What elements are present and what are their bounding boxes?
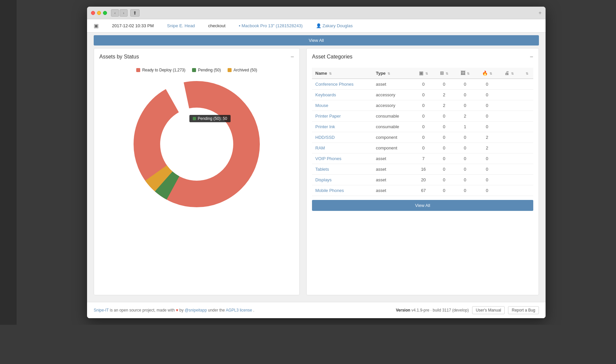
table-row: Printer Paper consumable 0 0 2 0 xyxy=(312,111,533,122)
cell-name: Conference Phones xyxy=(312,79,372,90)
th-licenses: 🖨 ⇅ xyxy=(498,68,520,79)
cell-c4: 0 xyxy=(434,122,455,132)
sort-name-icon[interactable]: ⇅ xyxy=(329,72,332,75)
chart-tooltip: Pending (50): 50 xyxy=(189,115,231,122)
cell-c7 xyxy=(498,143,520,153)
cell-c6: 0 xyxy=(476,153,498,164)
person-icon: 👤 xyxy=(316,23,321,28)
cell-type: consumable xyxy=(372,122,413,132)
cell-c3: 67 xyxy=(413,185,434,196)
chart-legend: Ready to Deploy (1,273) Pending (50) Arc… xyxy=(99,68,294,72)
upload-button[interactable]: ⬆ xyxy=(130,9,140,17)
cell-c4: 0 xyxy=(434,132,455,143)
footer-left: Snipe-IT is an open source project, made… xyxy=(94,308,254,313)
table-row: VOIP Phones asset 7 0 0 0 xyxy=(312,153,533,164)
activity-bar: ▣ 2017-12-02 10:33 PM Snipe E. Head chec… xyxy=(87,19,546,33)
cell-c6: 0 xyxy=(476,111,498,122)
cell-c5: 0 xyxy=(454,153,475,164)
table-minimize-button[interactable]: − xyxy=(530,54,533,60)
cell-type: accessory xyxy=(372,100,413,111)
categories-view-all-button[interactable]: View All xyxy=(312,200,533,211)
cell-type: asset xyxy=(372,175,413,185)
footer-text-7: . xyxy=(253,308,254,313)
nav-buttons: ‹ › xyxy=(111,9,128,17)
cell-c5: 0 xyxy=(454,79,475,90)
cell-c8 xyxy=(520,122,533,132)
users-manual-button[interactable]: User's Manual xyxy=(472,306,505,314)
footer: Snipe-IT is an open source project, made… xyxy=(87,302,546,318)
activity-asset-link[interactable]: ▪ Macbook Pro 13" (1281528243) xyxy=(239,23,303,28)
legend-label-archived: Archived (50) xyxy=(234,68,257,72)
cell-c5: 2 xyxy=(454,111,475,122)
footer-text-3: by xyxy=(179,308,185,313)
sort-assets-icon[interactable]: ⇅ xyxy=(425,72,428,75)
th-accessories: 🖼 ⇅ xyxy=(454,68,475,79)
cell-c7 xyxy=(498,90,520,100)
back-button[interactable]: ‹ xyxy=(111,9,119,17)
sort-licenses-icon[interactable]: ⇅ xyxy=(511,72,514,75)
close-button[interactable] xyxy=(91,11,95,15)
cell-name: Mouse xyxy=(312,100,372,111)
table-panel-title: Asset Categories xyxy=(312,54,353,60)
sort-consumables-icon[interactable]: ⇅ xyxy=(489,72,492,75)
report-bug-button[interactable]: Report a Bug xyxy=(508,306,539,314)
chart-minimize-button[interactable]: − xyxy=(290,54,294,60)
cell-c3: 0 xyxy=(413,90,434,100)
consumables-icon: 🔥 xyxy=(482,70,488,76)
cell-c8 xyxy=(520,153,533,164)
cell-type: asset xyxy=(372,79,413,90)
cell-name: Keyboards xyxy=(312,90,372,100)
activity-view-all-button[interactable]: View All xyxy=(94,35,539,46)
cell-name: HDD/SSD xyxy=(312,132,372,143)
table-row: Mouse accessory 0 2 0 0 xyxy=(312,100,533,111)
sort-accessories-icon[interactable]: ⇅ xyxy=(467,72,469,75)
table-row: RAM component 0 0 0 2 xyxy=(312,143,533,153)
minimize-button[interactable] xyxy=(97,11,101,15)
activity-person-link[interactable]: 👤 Zakary Douglas xyxy=(316,23,353,28)
snipeitapp-link[interactable]: @snipeitapp xyxy=(185,308,207,313)
legend-item-pending: Pending (50) xyxy=(192,68,221,72)
version-value: v4.1.9-pre · build 3117 (develop) xyxy=(411,308,469,313)
legend-dot-archived xyxy=(228,68,232,72)
cell-c8 xyxy=(520,111,533,122)
cell-c6: 0 xyxy=(476,185,498,196)
legend-dot-ready xyxy=(136,68,140,72)
fullscreen-button[interactable] xyxy=(103,11,107,15)
content-area: ▣ 2017-12-02 10:33 PM Snipe E. Head chec… xyxy=(87,19,546,318)
asset-icon: ▪ xyxy=(239,23,241,28)
traffic-lights xyxy=(91,11,107,15)
cell-c7 xyxy=(498,185,520,196)
assets-icon: ▣ xyxy=(419,70,423,76)
cell-c6: 0 xyxy=(476,122,498,132)
cell-c5: 0 xyxy=(454,132,475,143)
activity-user-link[interactable]: Snipe E. Head xyxy=(167,23,195,28)
cell-c5: 0 xyxy=(454,143,475,153)
cell-type: asset xyxy=(372,185,413,196)
cell-c5: 0 xyxy=(454,175,475,185)
new-tab-button[interactable]: + xyxy=(539,10,542,16)
sort-components-icon[interactable]: ⇅ xyxy=(446,72,448,75)
sort-type-icon[interactable]: ⇅ xyxy=(387,72,390,75)
cell-c8 xyxy=(520,90,533,100)
cell-c6: 2 xyxy=(476,143,498,153)
forward-button[interactable]: › xyxy=(120,9,128,17)
sort-print-icon[interactable]: ⇅ xyxy=(526,72,528,75)
cell-c4: 2 xyxy=(434,90,455,100)
accessories-icon: 🖼 xyxy=(461,70,465,76)
cell-c4: 0 xyxy=(434,111,455,122)
license-link[interactable]: AGPL3 license xyxy=(226,308,252,313)
cell-c7 xyxy=(498,100,520,111)
cell-c3: 20 xyxy=(413,175,434,185)
table-header: Name ⇅ Type ⇅ ▣ ⇅ xyxy=(312,68,533,79)
cell-name: Displays xyxy=(312,175,372,185)
table-panel-header: Asset Categories − xyxy=(312,54,533,62)
cell-c6: 0 xyxy=(476,90,498,100)
cell-c5: 0 xyxy=(454,90,475,100)
components-icon: ⊞ xyxy=(440,70,444,76)
cell-c4: 0 xyxy=(434,79,455,90)
cell-type: component xyxy=(372,132,413,143)
cell-type: consumable xyxy=(372,111,413,122)
cell-c8 xyxy=(520,100,533,111)
cell-name: Tablets xyxy=(312,164,372,175)
snipeit-link[interactable]: Snipe-IT xyxy=(94,308,109,313)
